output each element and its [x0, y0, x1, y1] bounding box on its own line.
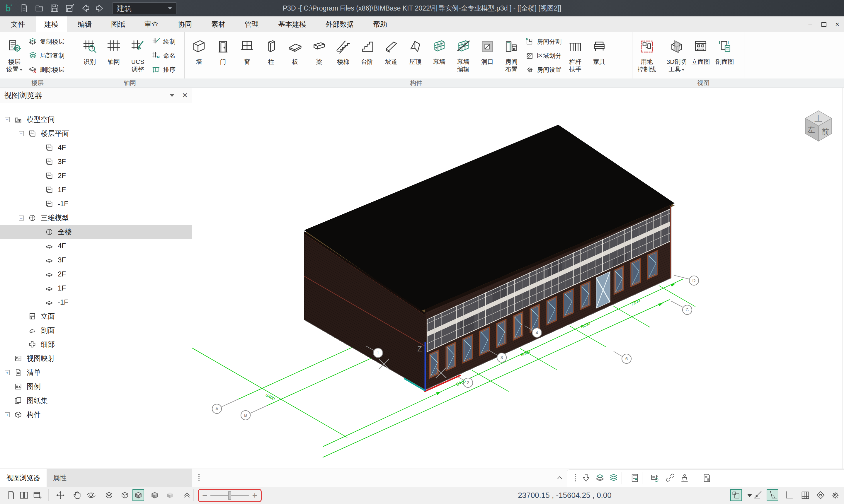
- view-cube-face-front[interactable]: 前: [822, 127, 829, 136]
- dock-collapse-button[interactable]: [555, 473, 565, 483]
- tree-expander-minus[interactable]: −: [19, 216, 24, 220]
- status-tile-views[interactable]: [18, 489, 30, 501]
- ribbon-button-区域划分[interactable]: 区域划分: [523, 49, 563, 63]
- ribbon-button-剖面图[interactable]: II 剖面图: [713, 34, 737, 66]
- ribbon-button-局部复制[interactable]: 局部复制: [27, 49, 66, 63]
- ribbon-button-绘制[interactable]: 绘制: [150, 35, 177, 49]
- menu-建模[interactable]: 建模: [36, 16, 67, 32]
- ribbon-button-窗[interactable]: 窗: [235, 34, 259, 66]
- ribbon-button-房间设置[interactable]: 房间设置: [523, 63, 563, 77]
- status-angle-snap[interactable]: [767, 489, 778, 501]
- tree-expander-plus[interactable]: +: [5, 370, 10, 375]
- tree-item-剖面[interactable]: 剖面: [0, 323, 192, 337]
- ribbon-button-命名[interactable]: N命名: [150, 49, 177, 63]
- ribbon-button-用地控制线[interactable]: 用地控制线: [635, 34, 659, 73]
- tree-item-4F[interactable]: 4F: [0, 141, 192, 155]
- tree-item-楼层平面[interactable]: −楼层平面: [0, 127, 192, 141]
- ribbon-button-墙[interactable]: 墙: [187, 34, 211, 66]
- status-style-shaded-edges[interactable]: [149, 489, 161, 501]
- ribbon-button-3D剖切工具[interactable]: 3D剖切工具: [665, 34, 689, 73]
- menu-帮助[interactable]: 帮助: [365, 16, 395, 32]
- dock-drag-handle[interactable]: [194, 473, 205, 483]
- status-add-view[interactable]: [32, 489, 43, 501]
- menu-协同[interactable]: 协同: [170, 16, 200, 32]
- dock-download-arrow[interactable]: [581, 473, 592, 484]
- menu-图纸[interactable]: 图纸: [103, 16, 134, 32]
- tree-item-3F[interactable]: 3F: [0, 155, 192, 169]
- tree-item-全楼[interactable]: 全楼: [0, 225, 192, 239]
- tree-item-2F[interactable]: 2F: [0, 169, 192, 183]
- menu-管理[interactable]: 管理: [236, 16, 267, 32]
- dock-drag-handle[interactable]: [570, 473, 581, 484]
- status-style-shaded[interactable]: [133, 489, 144, 501]
- save-as-button[interactable]: [64, 2, 76, 14]
- ribbon-button-房间布置[interactable]: 房间布置: [499, 34, 523, 73]
- minimize-button[interactable]: –: [804, 16, 817, 32]
- model-viewport[interactable]: CAB12346CD84008400840072008400Z上左前: [192, 88, 844, 469]
- tab-properties[interactable]: 属性: [47, 469, 73, 487]
- status-style-hidden-line[interactable]: [119, 489, 131, 501]
- tree-expander-minus[interactable]: −: [19, 131, 24, 136]
- dock-report-doc[interactable]: [702, 473, 713, 484]
- tree-item-4F[interactable]: 4F: [0, 239, 192, 253]
- ribbon-button-复制楼层[interactable]: 复制楼层: [27, 35, 66, 49]
- open-file-button[interactable]: [33, 2, 45, 14]
- view-cube[interactable]: 上左前: [805, 111, 832, 141]
- ribbon-button-洞口[interactable]: 洞口: [475, 34, 499, 66]
- zoom-slider-handle[interactable]: [228, 491, 231, 500]
- tab-view-browser[interactable]: 视图浏览器: [0, 469, 47, 487]
- tree-item-2F[interactable]: 2F: [0, 267, 192, 281]
- ribbon-button-房间分割[interactable]: 房间分割: [523, 35, 563, 49]
- ribbon-button-立面图[interactable]: 立面图: [689, 34, 713, 66]
- tree-item--1F[interactable]: -1F: [0, 197, 192, 211]
- zoom-in-icon[interactable]: +: [252, 491, 257, 500]
- close-button[interactable]: ×: [830, 16, 844, 32]
- view-cube-face-top[interactable]: 上: [814, 114, 822, 123]
- status-style-wireframe[interactable]: [103, 489, 115, 501]
- status-settings[interactable]: [829, 489, 841, 501]
- dock-link[interactable]: [665, 473, 675, 484]
- zoom-slider[interactable]: − +: [198, 489, 262, 502]
- ribbon-button-台阶[interactable]: 台阶: [355, 34, 379, 66]
- ribbon-button-幕墙[interactable]: 幕墙: [427, 34, 451, 66]
- status-ortho-mode[interactable]: [783, 489, 795, 501]
- status-orbit[interactable]: [85, 489, 97, 501]
- profile-dropdown[interactable]: 建筑: [112, 2, 176, 14]
- ribbon-button-门[interactable]: 门: [211, 34, 235, 66]
- ribbon-button-坡道[interactable]: 坡道: [379, 34, 403, 66]
- tree-item-三维模型[interactable]: −三维模型: [0, 211, 192, 225]
- tree-item-模型空间[interactable]: −模型空间: [0, 112, 192, 127]
- snap-options-caret[interactable]: [747, 494, 752, 497]
- maximize-button[interactable]: [817, 16, 830, 32]
- redo-button[interactable]: [94, 2, 106, 14]
- tree-expander-plus[interactable]: +: [5, 412, 10, 417]
- view-cube-face-left[interactable]: 左: [807, 125, 815, 134]
- ribbon-button-删除楼层[interactable]: 删除楼层: [27, 63, 66, 77]
- menu-编辑[interactable]: 编辑: [69, 16, 100, 32]
- menu-素材[interactable]: 素材: [203, 16, 234, 32]
- tree-item-立面[interactable]: 立面: [0, 309, 192, 323]
- ribbon-button-屋顶[interactable]: 屋顶: [403, 34, 427, 66]
- new-file-button[interactable]: [18, 2, 30, 14]
- tree-item-3F[interactable]: 3F: [0, 253, 192, 267]
- ribbon-button-板[interactable]: 板: [283, 34, 307, 66]
- ribbon-button-轴网[interactable]: 轴网: [102, 34, 126, 66]
- menu-文件[interactable]: 文件: [2, 16, 33, 32]
- save-button[interactable]: [49, 2, 60, 14]
- zoom-slider-track[interactable]: [210, 495, 249, 496]
- status-collapse-chevron[interactable]: [181, 489, 193, 501]
- dock-copy-floors[interactable]: [595, 473, 606, 484]
- menu-审查[interactable]: 审查: [136, 16, 167, 32]
- status-pan[interactable]: [71, 489, 83, 501]
- tree-item-1F[interactable]: 1F: [0, 183, 192, 197]
- status-style-realistic[interactable]: [164, 489, 176, 501]
- tree-item-图例[interactable]: 图例: [0, 380, 192, 394]
- tree-item-细部[interactable]: 细部: [0, 337, 192, 352]
- dock-layer-stack[interactable]: [609, 473, 619, 484]
- ribbon-button-识别[interactable]: 识别: [78, 34, 102, 66]
- ribbon-button-UCS调整[interactable]: UCS调整: [126, 34, 150, 73]
- ribbon-button-家具[interactable]: 家具: [587, 34, 611, 66]
- status-zoom-extents[interactable]: [54, 489, 66, 501]
- menu-基本建模[interactable]: 基本建模: [270, 16, 315, 32]
- dock-export-image[interactable]: [650, 473, 660, 484]
